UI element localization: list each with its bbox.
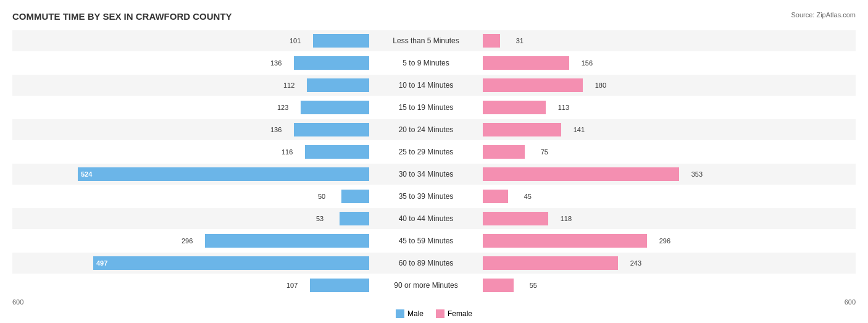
male-value: 53 <box>316 215 323 222</box>
female-bar: 118 <box>483 212 548 225</box>
male-value: 101 <box>290 37 301 44</box>
female-value: 113 <box>558 104 569 111</box>
male-bar-wrap: 107 <box>12 275 370 296</box>
male-bar: 50 <box>341 190 369 203</box>
male-value: 116 <box>282 148 293 156</box>
row-label: 45 to 59 Minutes <box>370 237 482 245</box>
female-bar-wrap: 31 <box>482 30 840 51</box>
female-value: 75 <box>541 148 548 156</box>
chart-row: 29645 to 59 Minutes296 <box>12 230 856 251</box>
chart-container: COMMUTE TIME BY SEX IN CRAWFORD COUNTY S… <box>0 0 868 323</box>
legend-female: Female <box>436 309 472 318</box>
male-value: 112 <box>283 82 294 89</box>
male-bar-wrap: 116 <box>12 141 370 162</box>
male-value: 50 <box>318 193 325 200</box>
female-bar-wrap: 113 <box>482 97 840 118</box>
female-bar: 156 <box>483 56 569 70</box>
female-bar-wrap: 141 <box>482 119 840 140</box>
male-bar: 123 <box>301 101 369 114</box>
axis-labels: 600 600 <box>12 298 856 306</box>
male-value: 136 <box>270 126 282 133</box>
female-value: 296 <box>659 237 670 245</box>
male-bar-wrap: 112 <box>12 75 370 96</box>
row-label: 30 to 34 Minutes <box>370 170 482 178</box>
female-bar: 113 <box>483 101 546 114</box>
male-value: 497 <box>96 259 107 267</box>
male-bar: 53 <box>340 212 369 225</box>
row-label: 25 to 29 Minutes <box>370 148 482 156</box>
legend: Male Female <box>12 309 856 318</box>
chart-title: COMMUTE TIME BY SEX IN CRAWFORD COUNTY <box>12 11 856 22</box>
male-bar: 107 <box>310 279 369 292</box>
male-value: 524 <box>81 170 92 178</box>
female-value: 45 <box>524 193 532 200</box>
male-bar-wrap: 497 <box>12 253 370 274</box>
female-legend-label: Female <box>448 309 472 318</box>
male-value: 107 <box>286 282 298 289</box>
female-bar: 45 <box>483 190 508 203</box>
chart-row: 12315 to 19 Minutes113 <box>12 97 856 118</box>
male-bar-wrap: 53 <box>12 208 370 229</box>
male-legend-label: Male <box>407 309 424 318</box>
female-value: 31 <box>516 37 524 44</box>
axis-left: 600 <box>12 298 23 306</box>
male-legend-box <box>396 309 404 318</box>
female-legend-box <box>436 309 444 318</box>
row-label: 90 or more Minutes <box>370 281 482 290</box>
row-label: 15 to 19 Minutes <box>370 103 482 112</box>
female-value: 243 <box>630 259 641 267</box>
male-bar-wrap: 296 <box>12 230 370 251</box>
chart-row: 11210 to 14 Minutes180 <box>12 75 856 96</box>
female-bar-wrap: 243 <box>482 253 840 274</box>
chart-row: 5340 to 44 Minutes118 <box>12 208 856 229</box>
chart-row: 10790 or more Minutes55 <box>12 275 856 296</box>
female-value: 118 <box>561 215 572 222</box>
male-bar: 524 <box>78 167 369 181</box>
female-bar-wrap: 180 <box>482 75 840 96</box>
male-bar: 116 <box>305 145 369 159</box>
female-bar-wrap: 353 <box>482 164 840 185</box>
female-bar: 243 <box>483 256 618 270</box>
row-label: 10 to 14 Minutes <box>370 81 482 90</box>
female-value: 353 <box>691 170 703 178</box>
male-value: 136 <box>270 59 282 67</box>
male-value: 296 <box>182 237 193 245</box>
chart-row: 13620 to 24 Minutes141 <box>12 119 856 140</box>
male-bar: 101 <box>313 34 369 48</box>
male-bar: 296 <box>205 234 369 248</box>
female-value: 141 <box>574 126 585 133</box>
female-value: 156 <box>582 59 593 67</box>
female-bar-wrap: 296 <box>482 230 840 251</box>
legend-male: Male <box>396 309 424 318</box>
male-bar-wrap: 101 <box>12 30 370 51</box>
male-bar: 136 <box>294 123 369 136</box>
row-label: 60 to 89 Minutes <box>370 259 482 267</box>
row-label: 35 to 39 Minutes <box>370 192 482 201</box>
male-bar-wrap: 50 <box>12 186 370 207</box>
source-label: Source: ZipAtlas.com <box>791 11 856 19</box>
female-bar: 31 <box>483 34 500 48</box>
chart-row: 101Less than 5 Minutes31 <box>12 30 856 51</box>
male-bar: 136 <box>294 56 369 70</box>
female-bar-wrap: 75 <box>482 141 840 162</box>
chart-row: 11625 to 29 Minutes75 <box>12 141 856 162</box>
male-bar: 497 <box>93 256 369 270</box>
female-value: 55 <box>530 282 537 289</box>
female-bar-wrap: 45 <box>482 186 840 207</box>
female-bar: 75 <box>483 145 525 159</box>
female-bar: 55 <box>483 279 514 292</box>
female-bar: 141 <box>483 123 561 136</box>
chart-row: 49760 to 89 Minutes243 <box>12 253 856 274</box>
row-label: 40 to 44 Minutes <box>370 214 482 223</box>
bars-area: 101Less than 5 Minutes311365 to 9 Minute… <box>12 30 856 296</box>
female-bar: 180 <box>483 78 583 92</box>
female-bar: 353 <box>483 167 679 181</box>
female-value: 180 <box>595 82 606 89</box>
male-bar: 112 <box>307 78 369 92</box>
female-bar-wrap: 156 <box>482 52 840 73</box>
axis-right: 600 <box>845 298 856 306</box>
female-bar: 296 <box>483 234 647 248</box>
row-label: 20 to 24 Minutes <box>370 125 482 134</box>
female-bar-wrap: 118 <box>482 208 840 229</box>
male-bar-wrap: 524 <box>12 164 370 185</box>
